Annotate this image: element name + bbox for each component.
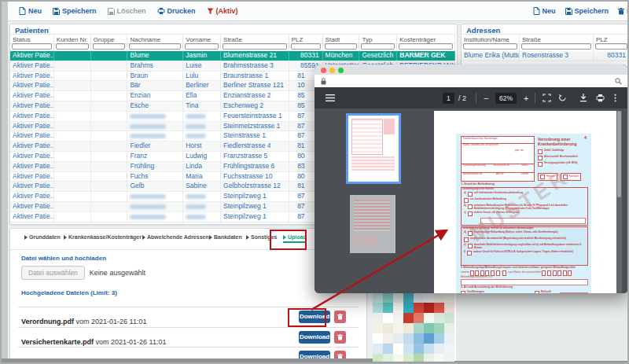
toolbar-separator — [476, 93, 476, 103]
filter-active-button[interactable]: (Aktiv) — [207, 7, 238, 15]
save-icon — [53, 8, 60, 15]
menu-hamburger-icon[interactable] — [326, 94, 335, 101]
cell-strasse: Blumenstrasse 21 — [221, 51, 289, 61]
cell-kunden — [54, 81, 91, 90]
plz-filter-input[interactable] — [291, 43, 321, 50]
delete-button-disabled[interactable]: Löschen — [108, 7, 146, 15]
printer-icon — [157, 7, 165, 15]
cell-status: Aktiver Patie… — [10, 122, 54, 131]
form-number: 4 — [584, 137, 587, 140]
typ-filter-input[interactable] — [361, 43, 395, 50]
cell-kunden — [54, 152, 91, 161]
cell-vorname: Maria — [183, 172, 221, 182]
pdf-toolbar: 1 / 2 − 62% + ⋮ — [314, 87, 628, 108]
cell-gruppe — [91, 212, 128, 222]
patient-detail-card: GrunddatenKrankenkasse/KostenträgerAbwei… — [9, 228, 367, 361]
print-icon[interactable] — [596, 94, 605, 102]
cell-status: Aktiver Patie… — [10, 182, 54, 191]
zoom-level-value[interactable]: 62% — [495, 93, 517, 104]
cell-status: Aktiver Patie… — [10, 162, 54, 171]
delete-file-button[interactable] — [334, 311, 346, 323]
kostentraeger-filter-input[interactable] — [399, 43, 453, 50]
pdf-scrollbar[interactable] — [616, 111, 622, 293]
kunden-filter-input[interactable] — [56, 43, 89, 50]
print-button-label: Drucken — [167, 7, 196, 15]
cell-vorname — [183, 192, 221, 201]
fit-to-page-icon[interactable] — [543, 94, 551, 102]
cell-kunden — [54, 162, 91, 171]
strasse-filter-input[interactable] — [223, 43, 287, 50]
cell-status: Aktiver Patie… — [10, 131, 54, 141]
cell-gruppe — [91, 51, 128, 61]
cell-strasse: Steinpilzweg 1 — [221, 212, 289, 222]
save-button[interactable]: Speichern — [53, 7, 97, 15]
cell-kostentraeger: BARMER GEK — [397, 51, 455, 61]
cell-kunden — [54, 142, 91, 151]
address-street-filter-input[interactable] — [521, 43, 591, 50]
rotate-icon[interactable] — [558, 94, 567, 102]
filter-icon — [207, 8, 214, 15]
trash-icon — [337, 314, 343, 320]
cell-status: Aktiver Patie… — [10, 142, 54, 151]
browser-address-bar[interactable] — [314, 75, 628, 88]
delete-icon — [108, 8, 115, 15]
cell-status: Aktiver Patie… — [10, 172, 54, 182]
page-thumbnail-1[interactable] — [346, 113, 401, 184]
cell-plz: 80331 — [289, 51, 323, 61]
address-save-button[interactable]: Speichern — [565, 7, 609, 15]
page-number-input[interactable]: 1 — [443, 93, 454, 104]
download-button[interactable]: Download — [299, 331, 330, 344]
cell-status: Aktiver Patie… — [10, 212, 54, 222]
cell-status: Aktiver Patie… — [10, 202, 54, 211]
application-window: Neu Speichern Löschen Drucken (Aktiv) Ne… — [0, 0, 629, 364]
cell-gruppe — [91, 142, 128, 151]
cell-gruppe — [91, 81, 128, 90]
cell-vorname: Ella — [183, 91, 221, 101]
cell-kunden — [54, 222, 91, 223]
page-thumbnail-2[interactable] — [350, 195, 395, 253]
cell-strasse: Glückaufstrasse 3 — [221, 222, 289, 223]
kebab-menu-icon[interactable]: ⋮ — [611, 87, 620, 108]
cell-strasse: Fiedlerstrasse 4 — [221, 142, 289, 151]
address-plz-filter-input[interactable] — [595, 43, 627, 50]
address-row[interactable]: Blume Erika (Mutter) Rosenstrasse 3 8033… — [462, 51, 629, 61]
cell-kunden — [54, 131, 91, 141]
delete-button-label: Löschen — [117, 7, 146, 15]
cell-nachname — [127, 202, 183, 211]
magnifier-icon[interactable] — [615, 78, 622, 85]
new-button[interactable]: Neu — [19, 7, 42, 15]
maximize-window-button[interactable] — [338, 68, 344, 73]
cell-strasse: Steinmetzstrasse 1 — [221, 122, 289, 131]
close-window-button[interactable] — [321, 68, 326, 73]
address-new-button[interactable]: Neu — [533, 7, 556, 15]
cell-kunden — [54, 101, 91, 111]
right-panel-background — [454, 292, 629, 361]
cell-gruppe — [91, 222, 128, 223]
gruppe-filter-input[interactable] — [93, 43, 126, 50]
cell-nachname: Fiedler — [127, 142, 183, 151]
lock-icon — [321, 78, 326, 85]
cell-status: Aktiver Patie… — [10, 72, 54, 81]
window-titlebar[interactable] — [314, 64, 628, 75]
zoom-in-button[interactable]: + — [524, 87, 528, 108]
cell-kunden — [54, 112, 91, 121]
print-button[interactable]: Drucken — [157, 7, 196, 15]
download-icon[interactable] — [579, 94, 587, 102]
status-filter-input[interactable] — [12, 43, 52, 50]
cell-vorname: Berliner — [183, 81, 221, 90]
file-name: Versichertenkarte.pdf — [21, 338, 94, 346]
zoom-out-button[interactable]: − — [484, 87, 488, 108]
delete-file-button[interactable] — [334, 331, 346, 344]
minimize-window-button[interactable] — [329, 68, 335, 73]
nachname-filter-input[interactable] — [129, 43, 181, 50]
patient-row-selected[interactable]: Aktiver Patie…BlumeJasminBlumenstrasse 2… — [10, 51, 455, 61]
vorname-filter-input[interactable] — [185, 43, 219, 50]
address-delete-button[interactable]: Löschen — [618, 7, 629, 15]
cell-status: Aktiver Patie… — [10, 81, 54, 90]
cell-kunden — [54, 61, 91, 71]
cell-typ: Gesetzlich — [359, 51, 397, 61]
new-document-icon — [19, 7, 26, 15]
cell-nachname — [127, 131, 183, 141]
address-name-filter-input[interactable] — [463, 43, 517, 50]
stadt-filter-input[interactable] — [325, 43, 358, 50]
